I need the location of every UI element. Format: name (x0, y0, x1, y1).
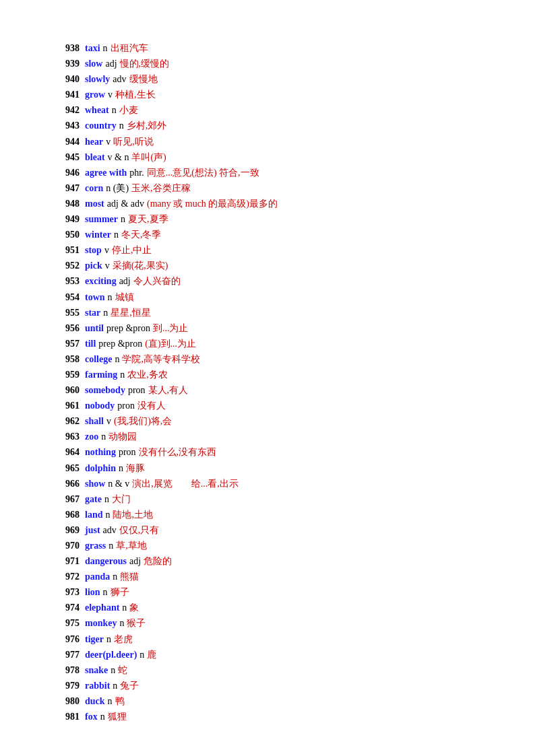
entry-pos: pron (119, 444, 136, 460)
entry-word: dangerous (85, 553, 127, 569)
entry-number: 952 (54, 258, 80, 273)
entry-definition: 没有什么,没有东西 (139, 444, 217, 460)
entry-definition: (我,我们)将,会 (114, 413, 172, 429)
entry-pos: n (103, 584, 108, 600)
entry-number: 965 (54, 460, 80, 476)
list-item: 968land n 陆地,土地 (54, 507, 481, 522)
entry-word: nothing (85, 444, 116, 460)
list-item: 975monkey n 猴子 (54, 615, 481, 631)
list-item: 956until prep &pron 到...为止 (54, 320, 481, 336)
entry-definition: 同意...意见(想法) 符合,一致 (147, 165, 259, 180)
entry-number: 962 (54, 413, 80, 429)
entry-word: land (85, 507, 102, 522)
entry-number: 940 (54, 71, 80, 87)
list-item: 969just adv 仅仅,只有 (54, 522, 481, 538)
list-item: 958college n 学院,高等专科学校 (54, 351, 481, 367)
list-item: 972panda n 熊猫 (54, 569, 481, 584)
list-item: 979rabbit n 兔子 (54, 678, 481, 693)
entry-definition: 玉米,谷类庄稼 (131, 180, 191, 196)
list-item: 970grass n 草,草地 (54, 538, 481, 553)
entry-number: 943 (54, 118, 80, 133)
entry-pos: n (139, 647, 144, 662)
list-item: 976tiger n 老虎 (54, 631, 481, 647)
list-item: 977deer(pl.deer) n 鹿 (54, 647, 481, 662)
entry-definition: 乡村,郊外 (127, 118, 167, 133)
entry-pos: n (104, 491, 109, 507)
entry-number: 960 (54, 382, 80, 398)
entry-pos: n (108, 289, 113, 305)
entry-definition: 危险的 (144, 553, 172, 569)
entry-word: panda (85, 569, 110, 584)
entry-word: lion (85, 584, 100, 600)
entry-word: corn (85, 180, 103, 196)
entry-definition: 鹿 (147, 647, 156, 662)
entry-pos: n (101, 429, 106, 444)
entry-word: monkey (85, 615, 117, 631)
list-item: 943country n 乡村,郊外 (54, 118, 481, 133)
entry-word: grass (85, 538, 106, 553)
entry-number: 941 (54, 87, 80, 102)
entry-word: nobody (85, 398, 115, 413)
entry-word: until (85, 320, 104, 336)
entry-definition: 学院,高等专科学校 (122, 351, 200, 367)
entry-pos: v (105, 258, 110, 273)
entry-definition: 夏天,夏季 (128, 211, 168, 227)
entry-word: stop (85, 242, 102, 258)
entry-definition: 动物园 (108, 429, 137, 444)
entry-pos: n (115, 351, 119, 367)
list-item: 938taxi n 出租汽车 (54, 40, 481, 56)
list-item: 957till prep &pron (直)到...为止 (54, 336, 481, 351)
entry-definition: 海豚 (126, 460, 145, 476)
entry-definition: 兔子 (120, 678, 139, 693)
entry-pos: n (120, 367, 125, 382)
entry-definition: 熊猫 (120, 569, 139, 584)
entry-word: college (85, 351, 112, 367)
entry-number: 946 (54, 165, 80, 180)
list-item: 961nobody pron 没有人 (54, 398, 481, 413)
entry-pos: n (108, 693, 113, 709)
entry-number: 980 (54, 693, 80, 709)
entry-word: country (85, 118, 117, 133)
entry-number: 967 (54, 491, 80, 507)
entry-pos: n (119, 460, 123, 476)
list-item: 952pick v 采摘(花,果实) (54, 258, 481, 273)
entry-pos: adj (119, 273, 131, 289)
entry-word: gate (85, 491, 102, 507)
entry-definition: 出租汽车 (111, 40, 148, 56)
entry-pos: n (106, 631, 111, 647)
entry-pos: n (100, 709, 105, 724)
entry-pos: prep &pron (106, 320, 150, 336)
entry-pos: v (106, 134, 111, 149)
list-item: 948most adj & adv (many 或 much 的最高级)最多的 (54, 196, 481, 211)
entry-word: just (85, 522, 100, 538)
list-item: 942wheat n 小麦 (54, 102, 481, 118)
entry-number: 948 (54, 196, 80, 211)
entry-pos: v (106, 413, 111, 429)
entry-word: somebody (85, 382, 125, 398)
entry-word: deer(pl.deer) (85, 647, 137, 662)
entry-definition: 鸭 (115, 693, 125, 709)
entry-pos: n (108, 538, 113, 553)
list-item: 959farming n 农业,务农 (54, 367, 481, 382)
entry-definition: 种植,生长 (115, 87, 156, 102)
entry-number: 975 (54, 615, 80, 631)
entry-pos: adv (113, 71, 126, 87)
entry-pos: pron (128, 382, 146, 398)
entry-definition: 大门 (112, 491, 131, 507)
entry-number: 972 (54, 569, 80, 584)
entry-word: summer (85, 211, 118, 227)
entry-definition: 狐狸 (108, 709, 127, 724)
entry-word: taxi (85, 40, 100, 56)
entry-definition: 蛇 (118, 662, 127, 678)
entry-pos: n (119, 615, 124, 631)
entry-word: grow (85, 87, 105, 102)
list-item: 946agree with phr. 同意...意见(想法) 符合,一致 (54, 165, 481, 180)
entry-number: 944 (54, 134, 80, 149)
entry-number: 958 (54, 351, 80, 367)
entry-word: till (85, 336, 96, 351)
entry-definition: 慢的,缓慢的 (120, 56, 170, 71)
entry-word: snake (85, 662, 108, 678)
entry-word: tiger (85, 631, 104, 647)
entry-pos: n (122, 600, 127, 615)
entry-definition: 冬天,冬季 (121, 227, 162, 242)
